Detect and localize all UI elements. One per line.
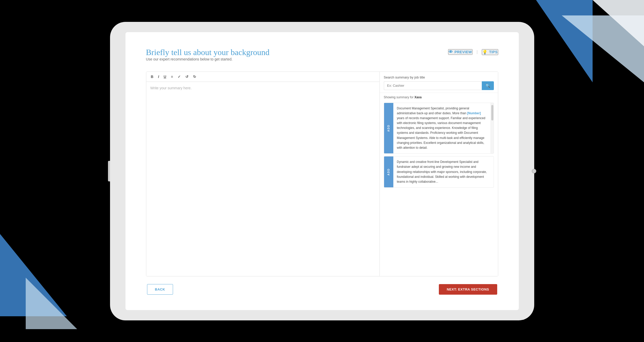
add-label-1: ADD <box>387 125 390 132</box>
tablet-side-button <box>108 161 110 181</box>
bold-button[interactable]: B <box>150 74 155 79</box>
suggestion-item-1: ADD Document Management Specialist, prov… <box>384 103 494 154</box>
suggestions-header: Search summary by job title 🔍 <box>380 72 498 93</box>
add-label-2: ADD <box>387 168 390 176</box>
undo-button[interactable]: ↺ <box>184 74 189 79</box>
highlight-number: [Number] <box>467 111 481 115</box>
search-button[interactable]: 🔍 <box>482 81 494 90</box>
editor-container: B I U ≡ ✓ ↺ ↻ Write your summary here. <box>146 72 498 276</box>
nav-buttons: BACK NEXT: EXTRA SECTIONS <box>146 284 498 295</box>
bulb-icon: 💡 <box>482 50 488 55</box>
italic-button[interactable]: I <box>157 74 160 79</box>
header-actions: 👁 PREVIEW | 💡 TIPS <box>448 49 498 55</box>
tips-button[interactable]: 💡 TIPS <box>482 49 498 55</box>
underline-button[interactable]: U <box>163 74 167 79</box>
scrollbar-1 <box>491 103 494 154</box>
editor-placeholder: Write your summary here. <box>150 86 192 90</box>
showing-summary: Showing summary for Xaxa <box>380 93 498 101</box>
tablet-device: Briefly tell us about your background Us… <box>110 22 534 320</box>
search-row: 🔍 <box>384 81 494 90</box>
screen-content: Briefly tell us about your background Us… <box>125 32 519 310</box>
suggestions-panel: Search summary by job title 🔍 Showing su… <box>380 72 498 276</box>
toolbar: B I U ≡ ✓ ↺ ↻ <box>146 72 379 82</box>
page-title: Briefly tell us about your background <box>146 48 270 57</box>
redo-button[interactable]: ↻ <box>192 74 197 79</box>
tri-white-top-right <box>593 0 644 46</box>
scrollbar-thumb-1 <box>491 105 493 120</box>
suggestion-text-1: Document Management Specialist, providin… <box>393 103 491 154</box>
tablet-screen: Briefly tell us about your background Us… <box>125 32 519 310</box>
check-button[interactable]: ✓ <box>177 74 182 79</box>
suggestions-list: ADD Document Management Specialist, prov… <box>380 101 498 276</box>
tips-label: TIPS <box>489 50 497 54</box>
showing-label: Showing summary for <box>384 95 414 99</box>
separator: | <box>477 50 478 54</box>
page-subtitle: Use our expert recommendations below to … <box>146 57 270 61</box>
search-input[interactable] <box>384 81 482 90</box>
tablet-home-button <box>532 169 536 173</box>
showing-name: Xaxa <box>414 95 422 99</box>
eye-icon: 👁 <box>449 50 453 54</box>
add-button-2[interactable]: ADD <box>384 156 393 187</box>
suggestion-item-2: ADD Dynamic and creative front-line Deve… <box>384 156 494 188</box>
suggestions-header-title: Search summary by job title <box>384 75 494 79</box>
preview-button[interactable]: 👁 PREVIEW <box>448 49 473 55</box>
text-editor: B I U ≡ ✓ ↺ ↻ Write your summary here. <box>146 72 380 276</box>
next-button[interactable]: NEXT: EXTRA SECTIONS <box>439 284 497 295</box>
page-title-section: Briefly tell us about your background Us… <box>146 48 270 67</box>
add-button-1[interactable]: ADD <box>384 103 393 154</box>
search-icon: 🔍 <box>486 84 490 88</box>
preview-label: PREVIEW <box>455 50 472 54</box>
header-row: Briefly tell us about your background Us… <box>146 48 498 67</box>
back-button[interactable]: BACK <box>147 284 173 295</box>
editor-area[interactable]: Write your summary here. <box>146 82 379 276</box>
tri-light-blue-bottom-left <box>26 278 77 329</box>
suggestion-text-2: Dynamic and creative front-line Developm… <box>393 156 494 187</box>
list-button[interactable]: ≡ <box>170 74 174 79</box>
